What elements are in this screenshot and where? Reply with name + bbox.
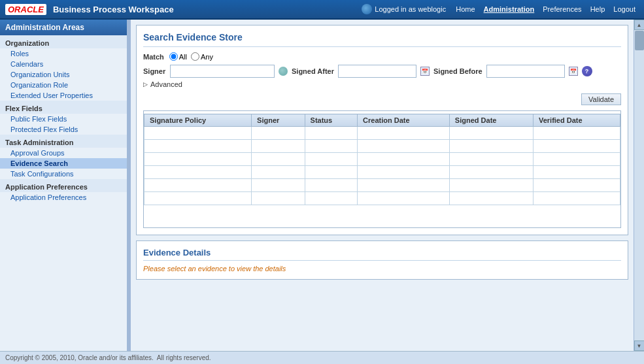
results-table-container: Signature Policy Signer Status Creation … [143, 110, 621, 228]
logged-in-area: Logged in as weblogic [362, 4, 446, 14]
col-status: Status [305, 114, 358, 127]
sidebar-item-ext-user-props[interactable]: Extended User Properties [0, 90, 127, 101]
sidebar-item-protected-flex[interactable]: Protected Flex Fields [0, 124, 127, 135]
calendar-before-icon[interactable]: 📅 [569, 67, 578, 76]
sidebar-header: Administration Areas [0, 20, 127, 35]
nav-administration[interactable]: Administration [481, 5, 538, 13]
nav-help[interactable]: Help [587, 5, 609, 13]
vertical-scrollbar[interactable]: ▲ ▼ [634, 20, 644, 351]
col-creation-date: Creation Date [358, 114, 450, 127]
section-title-flex: Flex Fields [0, 101, 127, 114]
results-table: Signature Policy Signer Status Creation … [144, 114, 620, 205]
sidebar-item-evidence-search[interactable]: Evidence Search [0, 158, 127, 169]
sidebar-item-org-role[interactable]: Organization Role [0, 80, 127, 90]
all-radio[interactable] [169, 52, 178, 61]
footer-text: Copyright © 2005, 2010, Oracle and/or it… [5, 354, 211, 361]
any-radio[interactable] [191, 52, 199, 61]
signed-after-label: Signed After [292, 67, 334, 75]
sidebar-item-public-flex[interactable]: Public Flex Fields [0, 114, 127, 124]
expand-icon: ▷ [143, 81, 148, 88]
sidebar-item-approval-groups[interactable]: Approval Groups [0, 148, 127, 158]
footer-rights: All rights reserved. [157, 354, 211, 361]
table-header-row: Signature Policy Signer Status Creation … [144, 114, 620, 127]
sidebar-item-roles[interactable]: Roles [0, 48, 127, 59]
sidebar: Administration Areas Organization Roles … [0, 20, 127, 351]
match-row: Match All Any [143, 52, 621, 61]
all-label: All [179, 53, 187, 61]
logged-in-text: Logged in as weblogic [375, 5, 446, 13]
validate-container: Validate [143, 93, 621, 108]
section-title-org: Organization [0, 35, 127, 48]
scroll-track[interactable] [634, 30, 645, 340]
evidence-details-panel: Evidence Details Please select an eviden… [136, 240, 628, 280]
nav-home[interactable]: Home [452, 5, 478, 13]
signer-row: Signer Signed After 📅 Signed Before 📅 ? [143, 65, 621, 78]
table-row[interactable] [144, 166, 620, 179]
search-icon [279, 67, 288, 76]
search-panel: Search Evidence Store Match All Any [136, 25, 628, 235]
signer-input[interactable] [170, 65, 275, 78]
col-signer: Signer [252, 114, 305, 127]
scroll-thumb[interactable] [635, 31, 644, 50]
any-label: Any [201, 53, 213, 61]
section-title-app-prefs: Application Preferences [0, 179, 127, 192]
signed-after-input[interactable] [338, 65, 416, 78]
calendar-after-icon[interactable]: 📅 [420, 67, 430, 76]
sidebar-item-org-units[interactable]: Organization Units [0, 69, 127, 80]
col-verified-date: Verified Date [533, 114, 620, 127]
validate-button[interactable]: Validate [581, 93, 621, 105]
signed-before-label: Signed Before [433, 67, 483, 75]
table-row[interactable] [144, 153, 620, 166]
radio-group: All Any [169, 52, 213, 61]
scroll-up-btn[interactable]: ▲ [634, 20, 645, 30]
header: ORACLE Business Process Workspace Logged… [0, 0, 644, 20]
signer-label: Signer [143, 67, 166, 75]
globe-icon [362, 4, 372, 14]
search-panel-title: Search Evidence Store [143, 32, 621, 47]
advanced-label: Advanced [150, 80, 182, 88]
oracle-logo: ORACLE [5, 4, 46, 15]
table-row[interactable] [144, 179, 620, 192]
header-nav: Home Administration Preferences Help Log… [452, 5, 639, 13]
match-label: Match [143, 53, 164, 61]
footer-copyright: Copyright © 2005, 2010, Oracle and/or it… [5, 354, 154, 361]
footer: Copyright © 2005, 2010, Oracle and/or it… [0, 351, 644, 364]
please-select-message: Please select an evidence to view the de… [143, 265, 621, 273]
all-radio-label[interactable]: All [169, 52, 187, 61]
table-row[interactable] [144, 192, 620, 205]
content-area: Search Evidence Store Match All Any [131, 20, 634, 351]
scroll-down-btn[interactable]: ▼ [634, 340, 645, 351]
results-tbody [144, 127, 620, 205]
main-container: Administration Areas Organization Roles … [0, 20, 644, 351]
logo-area: ORACLE Business Process Workspace [5, 4, 174, 15]
header-right: Logged in as weblogic Home Administratio… [362, 4, 639, 14]
sidebar-item-task-configs[interactable]: Task Configurations [0, 169, 127, 179]
table-row[interactable] [144, 127, 620, 140]
nav-logout[interactable]: Logout [610, 5, 639, 13]
signed-before-input[interactable] [486, 65, 565, 78]
sidebar-item-app-prefs[interactable]: Application Preferences [0, 192, 127, 203]
table-row[interactable] [144, 140, 620, 153]
section-title-task-admin: Task Administration [0, 135, 127, 148]
advanced-row[interactable]: ▷ Advanced [143, 80, 621, 88]
help-icon[interactable]: ? [582, 66, 592, 76]
app-title: Business Process Workspace [53, 5, 174, 14]
any-radio-label[interactable]: Any [191, 52, 213, 61]
sidebar-item-calendars[interactable]: Calendars [0, 59, 127, 69]
col-signed-date: Signed Date [449, 114, 533, 127]
col-signature-policy: Signature Policy [144, 114, 252, 127]
evidence-details-title: Evidence Details [143, 248, 621, 261]
search-icon-btn[interactable] [279, 67, 288, 76]
nav-preferences[interactable]: Preferences [539, 5, 585, 13]
